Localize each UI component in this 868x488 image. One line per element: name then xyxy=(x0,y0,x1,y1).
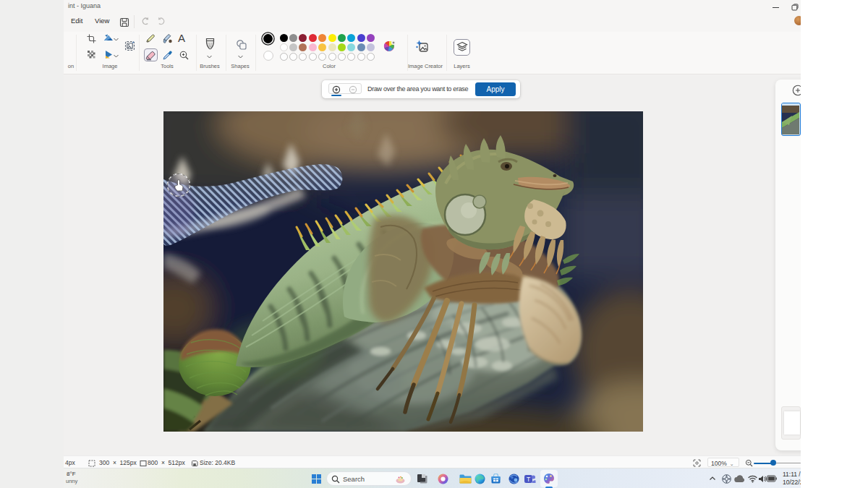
svg-text:T: T xyxy=(527,476,530,483)
